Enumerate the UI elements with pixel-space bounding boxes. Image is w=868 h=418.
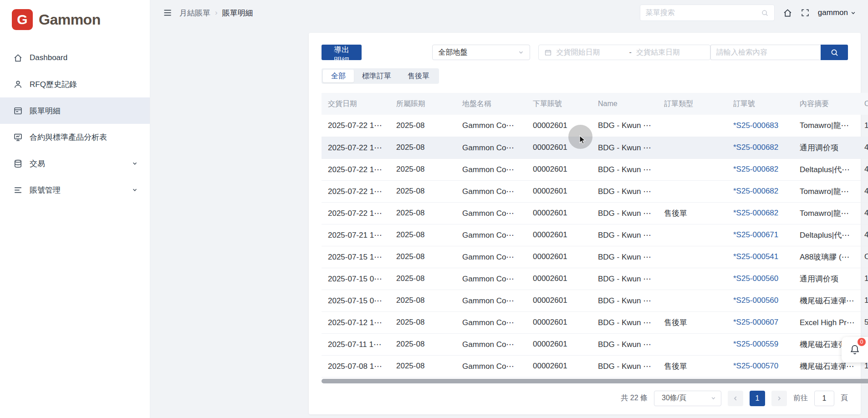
cell-order-number: *S25-000560 [727,290,793,311]
search-button[interactable] [821,45,848,60]
home-icon [13,53,23,63]
cell-order-number: *S25-000607 [727,311,793,333]
cell-order-account: 00002601 [526,311,592,333]
cell-delivery-date: 2025-07-22 1⋯ [322,115,390,137]
table-row[interactable]: 2025-07-15 0⋯ 2025-08 Gammon Co⋯ 0000260… [322,268,868,290]
home-icon[interactable] [783,8,792,18]
fullscreen-icon[interactable] [801,8,810,17]
tab-all[interactable]: 全部 [323,70,354,82]
keyword-search-group [710,45,848,60]
horizontal-scrollbar-thumb[interactable] [322,379,868,383]
table-row[interactable]: 2025-07-22 1⋯ 2025-08 Gammon Co⋯ 0000260… [322,137,868,158]
table-row[interactable]: 2025-07-12 1⋯ 2025-08 Gammon Co⋯ 0000260… [322,311,868,333]
sidebar-item-contract-analysis[interactable]: 合約與標準產品分析表 [0,124,150,150]
order-number-link[interactable]: *S25-000682 [733,143,778,152]
sidebar-item-rfq-history[interactable]: RFQ歷史記錄 [0,71,150,97]
page-1-button[interactable]: 1 [750,391,765,406]
site-filter-select[interactable]: 全部地盤 [432,45,530,60]
prev-page-button[interactable] [728,391,743,406]
cell-on-number: 454554545 [858,224,868,246]
sidebar: G Gammon Dashboard RFQ歷史記錄 賬單明細 合約與 [0,0,150,418]
breadcrumb-item[interactable]: 月結賬單 [179,8,210,18]
user-icon [13,80,23,89]
table-row[interactable]: 2025-07-21 1⋯ 2025-08 Gammon Co⋯ 0000260… [322,224,868,246]
table-row[interactable]: 2025-07-08 1⋯ 2025-08 Gammon Co⋯ 0000260… [322,355,868,377]
order-number-link[interactable]: *S25-000560 [733,296,778,305]
table-header: 交貨日期 所屬賬期 地盤名稱 下單賬號 Name 訂單類型 訂單號 內容摘要 O… [322,93,868,115]
cell-name: BDG - Kwun ⋯ [592,202,658,224]
cell-order-number: *S25-000682 [727,137,793,158]
column-header-site-name: 地盤名稱 [456,93,526,115]
hamburger-icon[interactable] [163,8,172,17]
delivery-start-date-input[interactable] [557,48,625,56]
order-number-link[interactable]: *S25-000671 [733,230,778,239]
cell-site-name: Gammon Co⋯ [456,115,526,137]
cell-billing-period: 2025-08 [390,290,456,311]
column-header-order-type: 訂單類型 [658,93,727,115]
table-row[interactable]: 2025-07-15 1⋯ 2025-08 Gammon Co⋯ 0000260… [322,246,868,268]
sidebar-item-label: 賬號管理 [30,185,61,195]
cell-delivery-date: 2025-07-22 1⋯ [322,158,390,180]
table-row[interactable]: 2025-07-22 1⋯ 2025-08 Gammon Co⋯ 0000260… [322,115,868,137]
cell-billing-period: 2025-08 [390,115,456,137]
cell-name: BDG - Kwun ⋯ [592,137,658,158]
export-details-button[interactable]: 導出明細 [322,45,362,60]
cell-name: BDG - Kwun ⋯ [592,290,658,311]
cell-order-account: 00002601 [526,333,592,355]
cell-billing-period: 2025-08 [390,311,456,333]
column-header-billing-period: 所屬賬期 [390,93,456,115]
goto-page-input[interactable] [814,391,834,406]
table-row[interactable]: 2025-07-22 1⋯ 2025-08 Gammon Co⋯ 0000260… [322,158,868,180]
horizontal-scrollbar[interactable] [322,379,868,383]
notification-bell-button[interactable]: 0 [842,337,868,362]
table-body: 2025-07-22 1⋯ 2025-08 Gammon Co⋯ 0000260… [322,115,868,377]
cell-content-summary: Tomawro|龍⋯ [793,180,858,202]
next-page-button[interactable] [771,391,787,406]
cell-billing-period: 2025-08 [390,180,456,202]
order-number-link[interactable]: *S25-000560 [733,274,778,283]
table-row[interactable]: 2025-07-22 1⋯ 2025-08 Gammon Co⋯ 0000260… [322,202,868,224]
order-number-link[interactable]: *S25-000682 [733,209,778,217]
cell-site-name: Gammon Co⋯ [456,311,526,333]
order-number-link[interactable]: *S25-000607 [733,318,778,326]
table-row[interactable]: 2025-07-11 1⋯ 2025-08 Gammon Co⋯ 0000260… [322,333,868,355]
sidebar-item-account-management[interactable]: 賬號管理 [0,177,150,203]
order-number-link[interactable]: *S25-000541 [733,252,778,261]
cell-order-account: 00002601 [526,180,592,202]
tab-standard-order[interactable]: 標準訂單 [354,70,399,82]
table-row[interactable]: 2025-07-22 1⋯ 2025-08 Gammon Co⋯ 0000260… [322,180,868,202]
order-number-link[interactable]: *S25-000683 [733,121,778,130]
search-icon [761,9,769,17]
order-number-link[interactable]: *S25-000682 [733,187,778,195]
sidebar-item-transactions[interactable]: 交易 [0,150,150,177]
delivery-date-range-picker[interactable]: - [538,45,710,60]
cell-order-number: *S25-000682 [727,158,793,180]
menu-search-input[interactable] [646,9,757,17]
order-number-link[interactable]: *S25-000559 [733,340,778,348]
cell-order-number: *S25-000541 [727,246,793,268]
cell-site-name: Gammon Co⋯ [456,333,526,355]
sidebar-item-label: 賬單明細 [30,106,61,116]
chevron-down-icon [710,395,716,401]
cell-name: BDG - Kwun ⋯ [592,311,658,333]
order-number-link[interactable]: *S25-000682 [733,165,778,173]
cell-delivery-date: 2025-07-12 1⋯ [322,311,390,333]
table-row[interactable]: 2025-07-15 0⋯ 2025-08 Gammon Co⋯ 0000260… [322,290,868,311]
column-header-delivery-date: 交貨日期 [322,93,390,115]
delivery-end-date-input[interactable] [636,48,705,56]
cell-order-type [658,246,727,268]
sidebar-item-dashboard[interactable]: Dashboard [0,45,150,71]
cell-order-account: 00002601 [526,246,592,268]
user-menu[interactable]: gammon [818,8,856,17]
cell-order-number: *S25-000671 [727,224,793,246]
order-number-link[interactable]: *S25-000570 [733,362,778,370]
cell-on-number: 121545 [858,115,868,137]
cell-order-account: 00002601 [526,268,592,290]
page-size-select[interactable]: 30條/頁 [654,391,721,406]
tab-after-sales-order[interactable]: 售後單 [399,70,438,82]
keyword-search-input[interactable] [710,45,821,60]
breadcrumb-separator: › [215,8,218,17]
cell-on-number: 4121D [858,202,868,224]
page-unit-label: 頁 [841,393,848,403]
sidebar-item-billing-details[interactable]: 賬單明細 [0,97,150,124]
